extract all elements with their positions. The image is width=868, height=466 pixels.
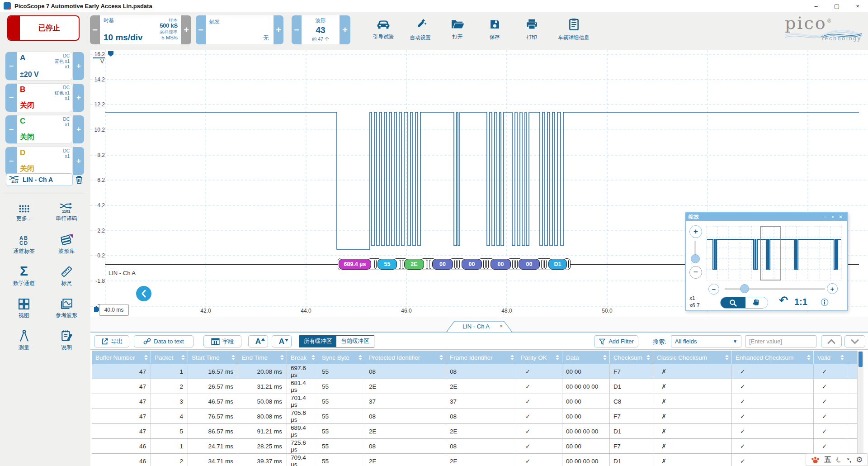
column-header-buffer-number[interactable]: Buffer Number — [92, 351, 151, 364]
fields-button[interactable]: 字段 — [203, 335, 241, 347]
decode-bubble[interactable]: 2E — [404, 259, 424, 270]
column-header-parity-ok[interactable]: Parity OK — [517, 351, 562, 364]
decode-bubble[interactable]: 55 — [377, 259, 397, 270]
horizontal-zoom-thumb[interactable] — [740, 284, 749, 293]
table-row[interactable]: 47476.57 ms80.08 ms705.6 µs550808✓00 00F… — [92, 409, 857, 424]
zoom-close-button[interactable]: × — [837, 214, 844, 219]
y-axis-scale-handle[interactable] — [93, 57, 105, 58]
sort-icon[interactable] — [807, 355, 811, 360]
decode-bubble[interactable]: 00 — [491, 259, 511, 270]
zoom-in-horizontal-button[interactable]: + — [827, 283, 838, 294]
toolbar-button-print[interactable]: 打印 — [515, 14, 548, 44]
increase-font-button[interactable]: A — [248, 335, 268, 347]
trigger-marker-icon[interactable] — [108, 51, 114, 57]
sort-icon[interactable] — [280, 355, 284, 360]
sidebar-item-math-channels[interactable]: Σ数学通道 — [3, 257, 45, 287]
tab-lin-cha[interactable]: LIN - Ch A — [453, 323, 499, 330]
stop-button[interactable]: 已停止 — [7, 15, 80, 41]
column-header-start-time[interactable]: Start Time — [188, 351, 238, 364]
sort-icon[interactable] — [181, 355, 185, 360]
vertical-zoom-thumb[interactable] — [691, 254, 700, 263]
sort-icon[interactable] — [510, 355, 514, 360]
table-row[interactable]: 46234.71 ms39.37 ms709.4 µs552E2E✓00 00 … — [92, 454, 857, 466]
maximize-button[interactable]: ▢ — [826, 0, 847, 12]
column-header-packet[interactable]: Packet — [151, 351, 188, 364]
column-header-enhanced-checksum[interactable]: Enhanced Checksum — [732, 351, 814, 364]
sidebar-item-rulers[interactable]: 标尺 — [46, 257, 87, 287]
add-filter-button[interactable]: Add Filter — [594, 335, 638, 347]
trigger-panel[interactable]: 触发 无 — [206, 15, 274, 44]
column-header-valid[interactable]: Valid — [814, 351, 847, 364]
dark-mode-button[interactable]: ☾ — [836, 456, 842, 464]
sort-icon[interactable] — [603, 355, 607, 360]
pico-paw-icon[interactable] — [811, 456, 820, 464]
toolbar-button-open[interactable]: 打开 — [441, 14, 474, 44]
channel-a-increase-button[interactable]: + — [73, 52, 84, 80]
decode-bubble[interactable]: 00 — [519, 259, 540, 270]
zoom-overview-window[interactable]: 缩放 – ▪ × + − − + x1 x6.7 ↶ 1:1 — [685, 212, 848, 311]
column-header-checksum[interactable]: Checksum — [610, 351, 653, 364]
decode-table[interactable]: Buffer NumberPacketStart TimeEnd TimeBre… — [92, 351, 857, 466]
data-to-text-button[interactable]: Data to text — [134, 335, 193, 347]
sidebar-item-more[interactable]: 更多... — [3, 193, 45, 223]
toolbar-button-save[interactable]: 保存 — [478, 14, 511, 44]
trigger-decrease-button[interactable]: − — [196, 15, 206, 44]
decode-bubble[interactable]: 689.4 µs — [339, 259, 371, 270]
current-buffer-toggle[interactable]: 当前缓冲区 — [336, 335, 374, 347]
decode-bubble[interactable]: D1 — [548, 259, 567, 270]
channel-c-decrease-button[interactable]: − — [5, 115, 17, 143]
decrease-font-button[interactable]: A — [272, 335, 292, 347]
search-input[interactable] — [745, 335, 816, 347]
column-header-end-time[interactable]: End Time — [238, 351, 287, 364]
decoder-pill-lin-cha[interactable]: 1101 LIN - Ch A — [6, 173, 73, 186]
language-button[interactable]: 五 — [824, 456, 831, 464]
decode-bubble[interactable]: 00 — [432, 259, 453, 270]
settings-button[interactable]: ⚙ — [856, 455, 863, 465]
zoom-preview[interactable] — [706, 226, 842, 281]
scroll-back-button[interactable] — [136, 286, 151, 301]
sort-icon[interactable] — [725, 355, 729, 360]
sidebar-item-waveform-library[interactable]: 波形库 — [46, 225, 87, 255]
zoom-minimize-button[interactable]: – — [821, 214, 829, 219]
trigger-increase-button[interactable]: + — [274, 15, 283, 44]
find-previous-button[interactable] — [821, 335, 842, 347]
channel-a-card[interactable]: −ADC蓝色 x1x1±20 V — [5, 52, 72, 80]
info-icon[interactable] — [821, 298, 829, 306]
table-row[interactable]: 47116.57 ms20.08 ms697.6 µs550808✓00 00F… — [92, 364, 857, 379]
sidebar-item-measurements[interactable]: 测量 — [3, 322, 45, 352]
channel-c-increase-button[interactable]: + — [73, 115, 84, 143]
close-button[interactable]: × — [847, 0, 868, 12]
channel-b-decrease-button[interactable]: − — [5, 84, 17, 112]
table-row[interactable]: 47346.57 ms50.08 ms701.4 µs553737✓00 00C… — [92, 394, 857, 409]
column-header-frame-identifier[interactable]: Frame Identifier — [446, 351, 517, 364]
sort-icon[interactable] — [840, 355, 844, 360]
table-row[interactable]: 46124.71 ms28.25 ms725.6 µs550808✓00 00F… — [92, 439, 857, 454]
sort-icon[interactable] — [359, 355, 362, 360]
toolbar-button-guided-test[interactable]: 引导试验 — [367, 14, 400, 44]
column-header-sync-byte[interactable]: Sync Byte — [318, 351, 365, 364]
toolbar-button-auto-setup[interactable]: 自动设置 — [404, 14, 437, 44]
column-header-data[interactable]: Data — [562, 351, 610, 364]
sort-icon[interactable] — [439, 355, 443, 360]
table-row[interactable]: 47226.57 ms31.21 ms681.4 µs552E2E✓00 00 … — [92, 379, 857, 394]
channel-a-decrease-button[interactable]: − — [5, 52, 17, 80]
channel-d-increase-button[interactable]: + — [73, 147, 84, 175]
channel-b-increase-button[interactable]: + — [73, 84, 84, 112]
sort-icon[interactable] — [646, 355, 650, 360]
sidebar-item-reference-waveforms[interactable]: 参考波形 — [46, 290, 87, 319]
sidebar-item-serial-decoding[interactable]: 1101串行译码 — [46, 193, 87, 223]
sort-icon[interactable] — [311, 355, 315, 360]
export-button[interactable]: 导出 — [94, 335, 129, 347]
find-next-button[interactable] — [844, 335, 865, 347]
sort-icon[interactable] — [144, 355, 148, 360]
minimize-button[interactable]: – — [806, 0, 826, 12]
zoom-out-vertical-button[interactable]: − — [689, 266, 702, 279]
zoom-ratio-button[interactable]: 1:1 — [794, 297, 807, 307]
toolbar-button-vehicle-details[interactable]: 车辆详细信息 — [552, 14, 595, 44]
timebase-increase-button[interactable]: + — [181, 15, 191, 44]
zoom-out-horizontal-button[interactable]: − — [708, 284, 719, 295]
search-field-select[interactable]: All fields ▼ — [671, 335, 741, 347]
sort-icon[interactable] — [556, 355, 559, 360]
sort-icon[interactable] — [231, 355, 235, 360]
magnifier-tool-button[interactable] — [721, 297, 745, 308]
